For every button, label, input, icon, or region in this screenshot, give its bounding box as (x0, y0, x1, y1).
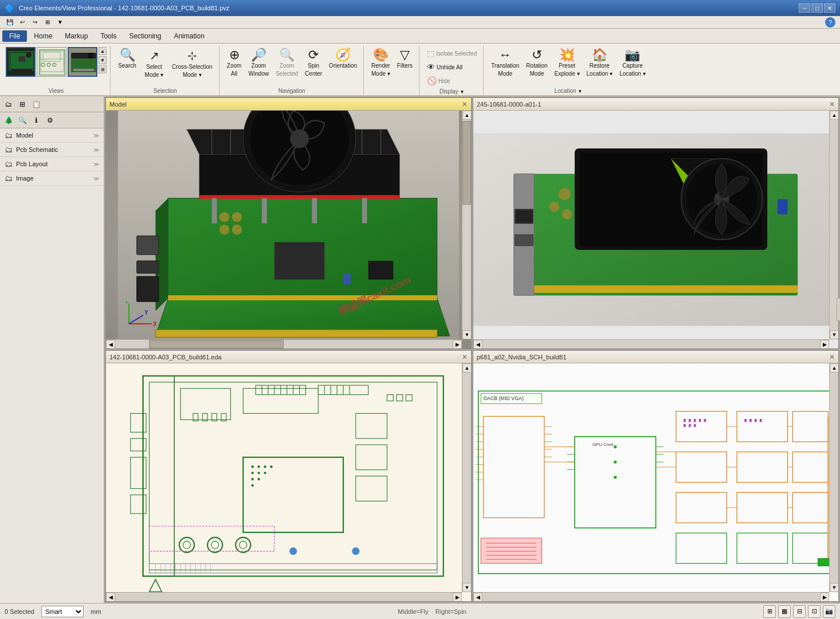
svg-rect-185 (694, 419, 696, 422)
sidebar-item-pcb-layout[interactable]: 🗂 Pcb Layout ≫ (0, 157, 104, 171)
svg-marker-20 (155, 299, 449, 336)
sidebar-layout-btn[interactable]: ⊞ (16, 98, 29, 111)
status-right: ⊞ ▦ ⊟ ⊡ 📷 (763, 605, 835, 618)
sidebar-filter-btn[interactable]: 🔍 (16, 114, 29, 127)
spin-center-btn[interactable]: ⟳ Spin Center (302, 47, 325, 79)
menu-file[interactable]: File (2, 30, 27, 42)
view-thumb-1[interactable] (6, 47, 36, 77)
restore-location-btn[interactable]: 🏠 Restore Location ▾ (584, 47, 616, 79)
cross-selection-btn[interactable]: ⊹ Cross-Selection Mode ▾ (169, 47, 215, 80)
title-text: Creo Elements/View Professional - 142-10… (19, 5, 229, 11)
maximize-btn[interactable]: □ (811, 3, 823, 13)
save-btn[interactable]: 💾 (5, 17, 15, 28)
views-grid[interactable]: ⊞ (99, 65, 107, 73)
redo-btn[interactable]: ↪ (30, 17, 40, 28)
sidebar-model-btn[interactable]: 🗂 (2, 98, 15, 111)
photo-scrollbar-h[interactable]: ◀ ▶ (473, 339, 829, 348)
sidebar-info-btn[interactable]: ℹ (30, 114, 42, 127)
view-style-btn-3[interactable]: ⊟ (793, 605, 806, 618)
select-mode-btn[interactable]: ↗ Select Mode ▾ (140, 47, 168, 80)
scroll-right-btn[interactable]: ▶ (453, 340, 462, 348)
pcb-scrollbar-h[interactable]: ◀ ▶ (106, 592, 462, 601)
menu-animation[interactable]: Animation (168, 30, 210, 42)
middle-fly: Middle=Fly (398, 608, 429, 615)
sidebar-item-image[interactable]: 🗂 Image ≫ (0, 171, 104, 186)
photo-close-btn[interactable]: ✕ (829, 100, 835, 108)
capture-location-btn[interactable]: 📷 Capture Location ▾ (617, 47, 649, 79)
svg-rect-52 (274, 242, 324, 280)
navigation-group-label: Navigation (278, 87, 305, 94)
translation-mode-btn[interactable]: ↔ Translation Mode (488, 47, 522, 79)
mode-select[interactable]: Smart Part Assembly (41, 606, 84, 617)
model-close-btn[interactable]: ✕ (462, 100, 468, 108)
svg-point-110 (252, 465, 254, 468)
model-scrollbar-h[interactable]: ◀ ▶ (106, 339, 462, 348)
scroll-down-btn[interactable]: ▼ (462, 330, 471, 339)
view-style-btn-2[interactable]: ▦ (778, 605, 791, 618)
search-btn[interactable]: 🔍 Search (115, 47, 139, 71)
model-3d-viewport[interactable]: 精诚网caxit.com X Z Y ▲ (106, 111, 471, 348)
preset-explode-btn[interactable]: 💥 Preset Explode ▾ (552, 47, 583, 79)
view-style-btn-4[interactable]: ⊡ (808, 605, 821, 618)
close-btn[interactable]: ✕ (824, 3, 835, 13)
svg-point-4 (26, 52, 32, 58)
unhide-all-btn[interactable]: 👁 Unhide All (424, 61, 480, 73)
views-scroll-down[interactable]: ▼ (99, 56, 107, 64)
scroll-up-btn[interactable]: ▲ (462, 111, 471, 120)
view-thumb-3[interactable] (68, 47, 97, 77)
sidebar-settings-btn[interactable]: ⚙ (44, 114, 56, 127)
model-icon: 🗂 (5, 131, 13, 140)
schematic-close-btn[interactable]: ✕ (829, 353, 835, 361)
grid-btn[interactable]: ⊞ (42, 17, 53, 28)
svg-text:GPU Core: GPU Core (592, 442, 614, 447)
sidebar-toolbar-2: 🌲 🔍 ℹ ⚙ (0, 112, 104, 128)
ribbon-location-group: ↔ Translation Mode ↺ Rotation Mode 💥 Pre… (485, 46, 651, 95)
content-area: Model ✕ (104, 96, 840, 603)
display-expand-btn[interactable]: ▼ (460, 89, 464, 95)
view-thumb-2[interactable] (37, 47, 66, 77)
ribbon-views-group: ▲ ▼ ⊞ Views (2, 46, 111, 95)
pcb-layout-title-bar: 142-10681-0000-A03_PCB_build81.eda ✕ (106, 351, 471, 363)
sidebar-item-pcb-schematic[interactable]: 🗂 Pcb Schematic ≫ (0, 143, 104, 157)
pcb-layout-close-btn[interactable]: ✕ (462, 353, 468, 361)
sch-scrollbar-h[interactable]: ◀ ▶ (473, 592, 829, 601)
scroll-left-btn[interactable]: ◀ (106, 340, 115, 348)
zoom-window-icon: 🔎 (251, 49, 266, 61)
schematic-viewport[interactable]: DACB (MID VGA) (473, 363, 838, 601)
filters-btn[interactable]: ▽ Filters (394, 47, 415, 71)
sidebar-schematic-btn[interactable]: 📋 (30, 98, 42, 111)
isolate-selected-btn[interactable]: ⬚ Isolate Selected (424, 47, 480, 60)
view-style-btn-1[interactable]: ⊞ (763, 605, 776, 618)
zoom-selected-btn[interactable]: 🔍 Zoom Selected (273, 47, 301, 79)
location-expand-btn[interactable]: ▼ (578, 89, 582, 94)
help-icon[interactable]: ? (825, 17, 835, 28)
photo-viewport[interactable]: ▲ ▼ ◀ ▶ (473, 111, 838, 348)
undo-btn[interactable]: ↩ (17, 17, 28, 28)
minimize-btn[interactable]: ─ (799, 3, 810, 13)
model-scrollbar-v[interactable]: ▲ ▼ (462, 111, 471, 339)
rotation-mode-btn[interactable]: ↺ Rotation Mode (523, 47, 550, 79)
select-mode-icon: ↗ (150, 49, 159, 62)
sidebar-item-model[interactable]: 🗂 Model ≫ (0, 128, 104, 143)
svg-text:Z: Z (125, 301, 129, 304)
menu-markup[interactable]: Markup (59, 30, 93, 42)
sidebar-collapse-arrow[interactable]: ‹ (837, 298, 840, 321)
zoom-all-btn[interactable]: ⊕ Zoom All (224, 47, 245, 79)
svg-point-115 (257, 472, 260, 474)
pcb-layout-viewport[interactable]: ▲ ▼ ◀ ▶ (106, 363, 471, 601)
orientation-btn[interactable]: 🧭 Orientation (326, 47, 360, 71)
dropdown-btn[interactable]: ▼ (55, 17, 65, 28)
pcb-scrollbar-v[interactable]: ▲ ▼ (462, 363, 471, 592)
sch-scrollbar-v[interactable]: ▲ ▼ (829, 363, 838, 592)
render-mode-btn[interactable]: 🎨 Render Mode ▾ (368, 47, 393, 79)
hide-btn[interactable]: 🚫 Hide (424, 75, 480, 87)
menu-sectioning[interactable]: Sectioning (123, 30, 167, 42)
menu-home[interactable]: Home (28, 30, 58, 42)
zoom-window-btn[interactable]: 🔎 Zoom Window (246, 47, 272, 79)
menu-tools[interactable]: Tools (95, 30, 122, 42)
sidebar-tree-btn[interactable]: 🌲 (2, 114, 15, 127)
svg-rect-41 (137, 276, 159, 301)
views-scroll-up[interactable]: ▲ (99, 47, 107, 55)
view-style-btn-5[interactable]: 📷 (823, 605, 835, 618)
svg-point-45 (232, 225, 242, 234)
